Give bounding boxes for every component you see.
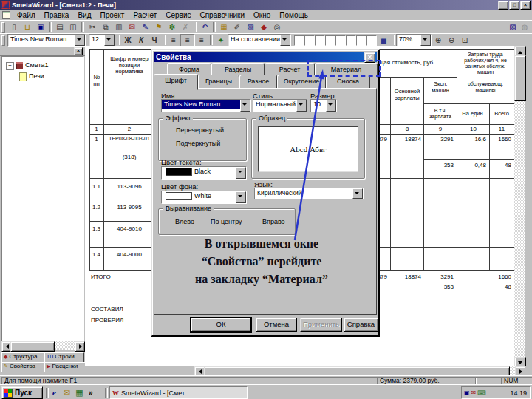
dropdown-button[interactable] [326, 100, 336, 112]
dropdown-button[interactable] [280, 35, 290, 46]
menu-window[interactable]: Окно [249, 11, 275, 19]
cell-box[interactable] [325, 35, 335, 46]
print-preview-icon[interactable]: ◫ [66, 21, 80, 33]
ok-button[interactable]: ОК [191, 318, 251, 332]
new-icon[interactable]: ▯ [7, 21, 21, 33]
cell-box[interactable] [366, 35, 377, 46]
cell-box[interactable] [304, 35, 315, 46]
brush-icon[interactable]: ▨ [244, 21, 257, 33]
tab-raznoe[interactable]: Разное [239, 75, 277, 89]
menu-file[interactable]: Файл [13, 11, 40, 19]
minimize-button[interactable]: _ [498, 1, 508, 10]
tray-display-icon[interactable]: ▣ [464, 389, 470, 396]
dropdown-button[interactable] [104, 35, 115, 46]
cell-box[interactable] [335, 35, 346, 46]
scrollbar-thumb[interactable] [10, 341, 55, 352]
font-name-combobox[interactable]: Times New Roman [161, 99, 251, 112]
underline-icon[interactable]: Ч [148, 35, 161, 46]
close-panel-icon[interactable]: × [74, 47, 83, 55]
close-button[interactable]: × [520, 1, 531, 10]
align-center-icon[interactable]: ≡ [180, 34, 195, 47]
cell-box[interactable] [294, 35, 304, 46]
menu-help[interactable]: Помощь [275, 11, 313, 19]
quick-launch-desktop-icon[interactable]: ▦ [74, 388, 85, 398]
structure-icon[interactable]: ✦ [214, 35, 228, 46]
menu-edit[interactable]: Правка [40, 11, 74, 19]
tree-item-estimate[interactable]: Смета1 [25, 61, 48, 69]
wizard-icon[interactable]: ✼ [166, 21, 179, 33]
save-icon[interactable]: ▣ [34, 21, 47, 33]
language-combobox[interactable]: Кириллический [254, 188, 364, 200]
cells-icon[interactable]: ▦ [377, 35, 390, 46]
tree-horizontal-scrollbar[interactable] [1, 341, 83, 350]
align-right-icon[interactable]: ≡ [195, 35, 208, 46]
find-icon[interactable]: ◎ [270, 21, 284, 33]
menu-project[interactable]: Проект [95, 11, 129, 19]
zoom-combobox[interactable]: 70% [396, 34, 432, 47]
tab-okruglenie[interactable]: Округление [277, 75, 326, 89]
dropdown-button[interactable] [352, 188, 363, 199]
zoom-in-icon[interactable]: ⊕ [432, 35, 445, 46]
dropdown-button[interactable] [236, 167, 246, 179]
transport-icon[interactable]: ◆ [257, 21, 270, 33]
quick-launch-mail-icon[interactable]: ✉ [61, 388, 72, 398]
undo-icon[interactable]: ↶ [198, 21, 211, 33]
task-button-smetawizard[interactable]: W SmetaWizard - [Смет... [109, 386, 248, 399]
columns-icon[interactable]: ▦ [217, 21, 231, 33]
paste-icon[interactable]: ▥ [112, 21, 126, 33]
panel-tab-prices[interactable]: ▶Расценки [44, 362, 87, 372]
mode-combobox[interactable]: На составлении [228, 34, 291, 47]
print-icon[interactable]: ▤ [53, 21, 66, 33]
bg-color-combobox[interactable]: White [161, 191, 247, 204]
menu-calc[interactable]: Расчет [129, 11, 161, 19]
scroll-right-icon[interactable] [75, 341, 85, 352]
menu-view[interactable]: Вид [73, 11, 95, 19]
menu-references[interactable]: Справочники [195, 11, 249, 19]
tab-shrift[interactable]: Шрифт [154, 74, 198, 90]
toolbar-grip[interactable] [1, 35, 5, 46]
wizard-off-icon[interactable]: ✗ [179, 21, 192, 33]
cut-icon[interactable]: ✂ [86, 21, 99, 33]
text-color-combobox[interactable]: Black [161, 166, 247, 180]
font-size-combobox[interactable]: 10 [310, 99, 337, 112]
user-icon[interactable]: ◍ [518, 21, 531, 33]
font-name-combobox[interactable]: Times New Roman [7, 34, 86, 47]
dropdown-button[interactable] [75, 35, 85, 46]
open-icon[interactable]: ⊔ [21, 21, 34, 33]
toolbar-grip[interactable] [1, 22, 5, 33]
dropdown-button[interactable] [296, 100, 307, 112]
help-button[interactable]: Справка [344, 318, 378, 332]
panel-tab-rows[interactable]: ТПСтроки [44, 352, 84, 363]
copy-icon[interactable]: ⧉ [99, 21, 112, 33]
zoom-selection-icon[interactable]: ⊡ [458, 35, 471, 46]
dropdown-button[interactable] [420, 35, 431, 46]
flag-icon[interactable]: ⚑ [152, 21, 166, 33]
dropdown-button[interactable] [240, 100, 250, 112]
tray-mail-icon[interactable]: ✉ [471, 389, 477, 396]
menu-service[interactable]: Сервис [161, 11, 195, 19]
restore-button[interactable]: □ [509, 1, 519, 10]
cell-box[interactable] [346, 35, 356, 46]
tab-snoska[interactable]: Сноска [326, 75, 370, 89]
tree-item-sheet[interactable]: Печи [29, 72, 44, 80]
italic-icon[interactable]: К [134, 35, 148, 46]
cancel-button[interactable]: Отмена [256, 318, 297, 332]
start-button[interactable]: Пуск [1, 386, 43, 399]
tab-granicy[interactable]: Границы [198, 75, 239, 89]
align-left-icon[interactable]: ≡ [167, 35, 180, 46]
bold-icon[interactable]: Ж [121, 35, 134, 46]
panel-tab-properties[interactable]: ✎Свойства [1, 362, 47, 372]
stamp-icon[interactable]: ✉ [126, 21, 139, 33]
sign-icon[interactable]: ✎ [139, 21, 152, 33]
scrollbar-thumb[interactable] [514, 55, 526, 101]
tray-keyboard-icon[interactable]: ⌨ [477, 389, 486, 396]
quick-launch-browser-icon[interactable]: e [49, 388, 60, 397]
horizontal-scrollbar[interactable] [194, 366, 525, 375]
cell-box[interactable] [356, 35, 366, 46]
zoom-out-icon[interactable]: ⊖ [445, 35, 458, 46]
font-size-combobox[interactable]: 12 [89, 34, 115, 47]
cell-box[interactable] [315, 35, 325, 46]
apply-button[interactable]: Применить [300, 318, 342, 332]
tree-expand-icon[interactable]: − [6, 62, 14, 70]
font-style-combobox[interactable]: Нормальный [253, 99, 307, 112]
